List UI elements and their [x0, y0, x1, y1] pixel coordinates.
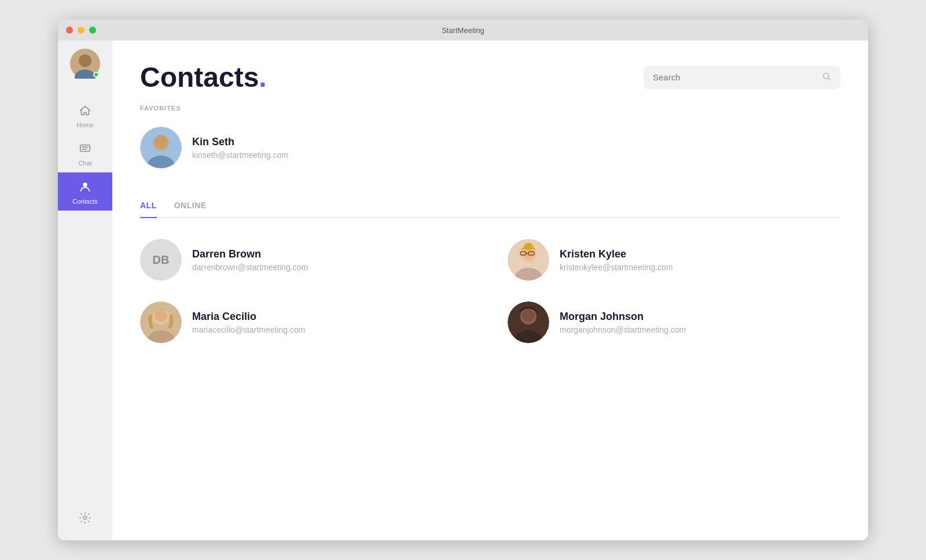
svg-rect-3 [80, 145, 90, 152]
minimize-button[interactable] [78, 27, 84, 34]
svg-point-25 [155, 309, 167, 322]
svg-point-13 [155, 135, 167, 148]
avatar-kinseth [140, 127, 182, 168]
avatar-kristen [508, 239, 549, 281]
contact-name-kristen: Kristen Kylee [560, 248, 673, 260]
svg-point-1 [79, 54, 91, 67]
maximize-button[interactable] [89, 27, 96, 34]
settings-icon [79, 511, 91, 524]
chat-label: Chat [78, 160, 91, 167]
chat-icon [79, 142, 91, 157]
svg-point-6 [83, 183, 87, 187]
favorite-contact-kinseth[interactable]: Kin Seth kinseth@startmeeting.com [140, 122, 840, 173]
tab-online[interactable]: ONLINE [174, 196, 207, 218]
contacts-tabs: ALL ONLINE [140, 196, 840, 218]
contact-info-kinseth: Kin Seth kinseth@startmeeting.com [192, 136, 288, 160]
contact-email-morgan: morganjohnson@startmeeting.com [560, 325, 686, 334]
contact-maria-cecilio[interactable]: Maria Cecilio mariacecilio@startmeeting.… [140, 297, 473, 348]
avatar-db: DB [140, 239, 182, 281]
contacts-grid: DB Darren Brown darrenbrown@startmeeting… [140, 234, 840, 348]
sidebar-item-contacts[interactable]: Contacts [58, 172, 112, 211]
avatar-morgan [508, 301, 549, 343]
contacts-label: Contacts [72, 198, 97, 205]
svg-point-29 [522, 309, 535, 322]
contact-email-maria: mariacecilio@startmeeting.com [192, 325, 306, 334]
contact-email-kinseth: kinseth@startmeeting.com [192, 150, 288, 160]
svg-line-9 [828, 78, 831, 80]
contact-kristen-kylee[interactable]: Kristen Kylee kristenkylee@startmeeting.… [508, 234, 840, 285]
online-indicator [93, 72, 99, 78]
svg-point-21 [524, 243, 533, 250]
contact-morgan-johnson[interactable]: Morgan Johnson morganjohnson@startmeetin… [508, 297, 840, 348]
contacts-icon [79, 180, 91, 196]
contact-email-darren: darrenbrown@startmeeting.com [192, 263, 308, 272]
user-avatar [70, 49, 100, 79]
contact-name-morgan: Morgan Johnson [560, 311, 686, 323]
main-header: Contacts. [112, 40, 868, 105]
tabs-section: ALL ONLINE DB Darren Brown darrenb [140, 196, 840, 348]
contact-name-kinseth: Kin Seth [192, 136, 288, 148]
window-title: StartMeeting [442, 26, 484, 35]
page-title: Contacts. [140, 61, 267, 93]
sidebar: Home Chat [58, 40, 112, 540]
sidebar-item-home[interactable]: Home [58, 96, 112, 134]
settings-button[interactable] [58, 503, 112, 532]
contacts-content: FAVORITES Kin Seth [112, 105, 868, 540]
titlebar: StartMeeting [58, 20, 868, 40]
favorites-section: FAVORITES Kin Seth [140, 105, 840, 173]
contact-info-morgan: Morgan Johnson morganjohnson@startmeetin… [560, 311, 686, 334]
favorites-label: FAVORITES [140, 105, 840, 112]
home-label: Home [76, 121, 93, 128]
contact-darren-brown[interactable]: DB Darren Brown darrenbrown@startmeeting… [140, 234, 473, 285]
tab-all[interactable]: ALL [140, 196, 157, 218]
sidebar-item-chat[interactable]: Chat [58, 134, 112, 172]
search-input[interactable] [653, 72, 816, 82]
contact-info-kristen: Kristen Kylee kristenkylee@startmeeting.… [560, 248, 673, 272]
search-icon [822, 72, 831, 83]
contact-info-darren: Darren Brown darrenbrown@startmeeting.co… [192, 248, 308, 272]
svg-point-7 [83, 516, 87, 520]
contact-email-kristen: kristenkylee@startmeeting.com [560, 263, 673, 272]
avatar-maria [140, 301, 182, 343]
home-icon [79, 104, 91, 119]
sidebar-nav: Home Chat [58, 96, 112, 300]
contact-info-maria: Maria Cecilio mariacecilio@startmeeting.… [192, 311, 306, 334]
contact-name-darren: Darren Brown [192, 248, 308, 260]
search-bar[interactable] [644, 66, 840, 89]
close-button[interactable] [66, 27, 73, 34]
main-content: Contacts. FAVORITES [112, 40, 868, 540]
contact-name-maria: Maria Cecilio [192, 311, 306, 323]
